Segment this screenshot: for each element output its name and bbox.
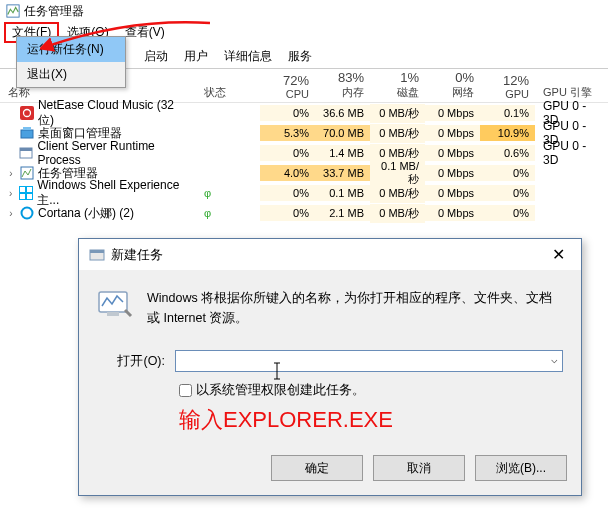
network-value: 0 Mbps xyxy=(425,185,480,201)
tab-details[interactable]: 详细信息 xyxy=(216,45,280,68)
disk-value: 0 MB/秒 xyxy=(370,184,425,203)
col-gpu[interactable]: 12%GPU xyxy=(480,71,535,102)
gpu-engine-value xyxy=(535,211,608,215)
network-value: 0 Mbps xyxy=(425,165,480,181)
ok-button[interactable]: 确定 xyxy=(271,455,363,481)
col-cpu[interactable]: 72%CPU xyxy=(260,71,315,102)
menu-item-new-task[interactable]: 运行新任务(N) xyxy=(17,37,125,62)
tab-users[interactable]: 用户 xyxy=(176,45,216,68)
svg-rect-4 xyxy=(23,127,31,130)
svg-point-13 xyxy=(22,208,33,219)
memory-value: 2.1 MB xyxy=(315,205,370,221)
shell-icon xyxy=(19,186,33,200)
col-status[interactable]: 状态 xyxy=(200,83,260,102)
network-value: 0 Mbps xyxy=(425,205,480,221)
title-bar: 任务管理器 xyxy=(0,0,608,22)
network-value: 0 Mbps xyxy=(425,105,480,121)
cpu-value: 5.3% xyxy=(260,125,315,141)
admin-checkbox[interactable] xyxy=(179,384,192,397)
dialog-message: Windows 将根据你所键入的名称，为你打开相应的程序、文件夹、文档或 Int… xyxy=(147,288,563,328)
csrss-icon xyxy=(19,146,33,160)
gpu-engine-value xyxy=(535,171,608,175)
cpu-value: 0% xyxy=(260,145,315,161)
gpu-engine-value: GPU 0 - 3D xyxy=(535,137,608,169)
tab-startup[interactable]: 启动 xyxy=(136,45,176,68)
dialog-titlebar: 新建任务 ✕ xyxy=(79,239,581,270)
svg-rect-1 xyxy=(20,106,34,120)
expand-icon[interactable]: › xyxy=(6,188,15,199)
memory-value: 33.7 MB xyxy=(315,165,370,181)
cpu-value: 4.0% xyxy=(260,165,315,181)
disk-value: 0 MB/秒 xyxy=(370,124,425,143)
open-combobox[interactable]: ⌵ xyxy=(175,350,563,372)
network-value: 0 Mbps xyxy=(425,125,480,141)
file-menu-dropdown: 运行新任务(N) 退出(X) xyxy=(16,36,126,88)
window-title: 任务管理器 xyxy=(24,3,84,20)
table-row[interactable]: Client Server Runtime Process0%1.4 MB0 M… xyxy=(0,143,608,163)
cancel-button[interactable]: 取消 xyxy=(373,455,465,481)
expand-icon[interactable]: › xyxy=(6,208,16,219)
col-network[interactable]: 0%网络 xyxy=(425,68,480,102)
close-icon[interactable]: ✕ xyxy=(546,245,571,264)
netease-icon xyxy=(20,106,34,120)
gpu-value: 0% xyxy=(480,205,535,221)
cpu-value: 0% xyxy=(260,105,315,121)
browse-button[interactable]: 浏览(B)... xyxy=(475,455,567,481)
annotation-hint: 输入EXPLORER.EXE xyxy=(179,405,563,435)
task-manager-icon xyxy=(6,4,20,18)
process-list: NetEase Cloud Music (32 位)0%36.6 MB0 MB/… xyxy=(0,103,608,223)
leaf-icon: φ xyxy=(204,207,211,219)
cortana-icon xyxy=(20,206,34,220)
gpu-engine-value xyxy=(535,191,608,195)
run-dialog-icon xyxy=(89,247,105,263)
svg-rect-10 xyxy=(27,187,32,192)
col-memory[interactable]: 83%内存 xyxy=(315,68,370,102)
memory-value: 0.1 MB xyxy=(315,185,370,201)
gpu-value: 10.9% xyxy=(480,125,535,141)
memory-value: 36.6 MB xyxy=(315,105,370,121)
memory-value: 70.0 MB xyxy=(315,125,370,141)
gpu-value: 0.1% xyxy=(480,105,535,121)
table-row[interactable]: NetEase Cloud Music (32 位)0%36.6 MB0 MB/… xyxy=(0,103,608,123)
svg-rect-15 xyxy=(90,250,104,253)
table-row[interactable]: ›Cortana (小娜) (2)φ0%2.1 MB0 MB/秒0 Mbps0% xyxy=(0,203,608,223)
chevron-down-icon[interactable]: ⌵ xyxy=(551,353,558,366)
gpu-value: 0% xyxy=(480,165,535,181)
menu-item-exit[interactable]: 退出(X) xyxy=(17,62,125,87)
cpu-value: 0% xyxy=(260,205,315,221)
svg-rect-12 xyxy=(27,194,32,199)
table-row[interactable]: ›Windows Shell Experience 主...φ0%0.1 MB0… xyxy=(0,183,608,203)
run-dialog: 新建任务 ✕ Windows 将根据你所键入的名称，为你打开相应的程序、文件夹、… xyxy=(78,238,582,496)
gpu-value: 0.6% xyxy=(480,145,535,161)
dialog-title: 新建任务 xyxy=(111,246,163,264)
process-name: Cortana (小娜) (2) xyxy=(38,205,134,222)
memory-value: 1.4 MB xyxy=(315,145,370,161)
col-disk[interactable]: 1%磁盘 xyxy=(370,68,425,102)
network-value: 0 Mbps xyxy=(425,145,480,161)
run-large-icon xyxy=(97,288,133,320)
svg-rect-17 xyxy=(107,312,119,316)
cpu-value: 0% xyxy=(260,185,315,201)
admin-label: 以系统管理权限创建此任务。 xyxy=(196,382,365,399)
leaf-icon: φ xyxy=(204,187,211,199)
open-label: 打开(O): xyxy=(97,353,165,370)
disk-value: 0 MB/秒 xyxy=(370,104,425,123)
svg-rect-11 xyxy=(20,194,25,199)
svg-rect-9 xyxy=(20,187,25,192)
svg-rect-6 xyxy=(20,148,32,151)
text-cursor-icon xyxy=(271,362,283,380)
tab-services[interactable]: 服务 xyxy=(280,45,320,68)
disk-value: 0 MB/秒 xyxy=(370,204,425,223)
gpu-value: 0% xyxy=(480,185,535,201)
